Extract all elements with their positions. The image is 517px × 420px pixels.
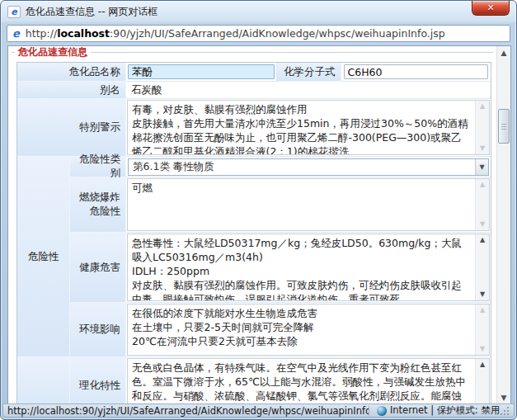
address-input[interactable]: e http://localhost:90/yjzh/UI/SafeArrang… [7, 25, 510, 42]
name-input[interactable] [128, 64, 275, 79]
url-path: :90/yjzh/UI/SafeArranged/AidKnowledge/wh… [110, 27, 445, 40]
field-label-name: 危化品名称 [17, 63, 126, 82]
form-area: 危化品速查信息 危化品名称 化学分子式 别名 石炭酸 [8, 46, 496, 404]
url-domain: localhost [57, 27, 110, 40]
status-divider [369, 406, 369, 416]
name-cell [126, 63, 277, 82]
close-button[interactable]: ✕ [472, 1, 510, 16]
row-health-hazard: 健康危害 急性毒性：大鼠经LD50317mg／kg；兔经皮LD50。630mg/… [70, 233, 491, 303]
warning-scrollbar[interactable]: ▲ ▼ [475, 101, 489, 154]
env-cell: 在很低的浓度下就能对水生生物造成危害 在土壤中，只要2-5天时间就可完全降解 2… [126, 303, 491, 357]
health-scrollbar[interactable]: ▲ ▼ [475, 234, 489, 300]
warning-textarea[interactable]: 有毒，对皮肤、黏膜有强烈的腐蚀作用 皮肤接触，首先用大量清水冲洗至少15min，… [127, 100, 490, 155]
env-text: 在很低的浓度下就能对水生生物造成危害 在土壤中，只要2-5天时间就可完全降解 2… [129, 305, 473, 349]
row-fire-hazard: 燃烧爆炸危险性 可燃 ▲ ▼ [70, 177, 491, 233]
formula-cell [341, 63, 491, 82]
row-alias: 别名 石炭酸 [17, 82, 491, 99]
chevron-down-icon[interactable]: ▼ [475, 159, 488, 175]
field-label-warning: 特别警示 [17, 99, 126, 157]
row-phys-properties: 理化特性 无色或白色晶体，有特殊气味。在空气中及光线作用下变为粉红色甚至红色。室… [17, 357, 491, 404]
hazard-class-value: 第6.1类 毒性物质 [133, 160, 214, 174]
form-legend: 危化品速查信息 [15, 46, 91, 59]
status-bar: http://localhost:90/yjzh/UI/SafeArranged… [2, 403, 515, 418]
fire-text: 可燃 [129, 180, 473, 196]
scroll-down-icon: ▼ [480, 345, 485, 353]
warning-cell: 有毒，对皮肤、黏膜有强烈的腐蚀作用 皮肤接触，首先用大量清水冲洗至少15min，… [126, 99, 491, 157]
row-hazard-class: 危险性类别 第6.1类 毒性物质 ▼ [70, 157, 491, 177]
ie-icon: e [12, 27, 20, 40]
fire-cell: 可燃 ▲ ▼ [126, 177, 491, 233]
env-textarea[interactable]: 在很低的浓度下就能对水生生物造成危害 在土壤中，只要2-5天时间就可完全降解 2… [127, 304, 490, 356]
phys-scrollbar[interactable]: ▲ ▼ [475, 359, 489, 404]
status-zone-label: Internet | 保护模式: 禁用 [390, 404, 500, 417]
field-label-alias: 别名 [17, 82, 126, 99]
page-scrollbar[interactable]: ▲ ▼ [496, 46, 510, 404]
phys-text: 无色或白色晶体，有特殊气味。在空气中及光线作用下变为粉红色甚至红色。室温下微溶于… [129, 360, 473, 404]
formula-input[interactable] [344, 64, 489, 79]
fire-textarea[interactable]: 可燃 ▲ ▼ [127, 178, 490, 231]
hazard-group: 危险性 危险性类别 第6.1类 毒性物质 ▼ [17, 157, 491, 357]
field-label-hazard-class: 危险性类别 [70, 157, 126, 177]
field-label-phys: 理化特性 [70, 357, 126, 404]
health-textarea[interactable]: 急性毒性：大鼠经LD50317mg／kg；兔经皮LD50。630mg/kg；大鼠… [127, 234, 490, 301]
address-url: http://localhost:90/yjzh/UI/SafeArranged… [26, 27, 445, 40]
hazard-group-rows: 危险性类别 第6.1类 毒性物质 ▼ 燃烧爆炸危险性 [70, 157, 491, 357]
alias-value[interactable]: 石炭酸 [126, 82, 491, 99]
warning-text: 有毒，对皮肤、黏膜有强烈的腐蚀作用 皮肤接触，首先用大量清水冲洗至少15min，… [129, 101, 473, 155]
close-icon: ✕ [486, 3, 494, 12]
scroll-up-icon: ▲ [480, 306, 485, 314]
scroll-up-icon: ▲ [480, 102, 485, 111]
health-text: 急性毒性：大鼠经LD50317mg／kg；兔经皮LD50。630mg/kg；大鼠… [129, 235, 473, 301]
dialog-window: e 危化品速查信息 -- 网页对话框 ✕ e http://localhost:… [0, 0, 517, 420]
status-url: http://localhost:90/yjzh/UI/SafeArranged… [7, 405, 369, 417]
address-bar: e http://localhost:90/yjzh/UI/SafeArrang… [1, 23, 516, 45]
row-name-formula: 危化品名称 化学分子式 [17, 63, 491, 82]
window-title: 危化品速查信息 -- 网页对话框 [26, 5, 157, 19]
scroll-up-icon: ▲ [480, 361, 485, 369]
field-label-formula: 化学分子式 [277, 63, 341, 82]
scrollbar-thumb[interactable] [498, 109, 510, 144]
scroll-down-icon: ▼ [480, 144, 485, 153]
hazard-class-select[interactable]: 第6.1类 毒性物质 ▼ [128, 158, 489, 176]
resize-grip[interactable] [500, 405, 510, 416]
ie-page-icon: e [7, 6, 21, 18]
field-label-health: 健康危害 [70, 233, 126, 303]
field-label-fire: 燃烧爆炸危险性 [70, 177, 126, 233]
env-scrollbar[interactable]: ▲ ▼ [475, 304, 489, 355]
row-environment: 环境影响 在很低的浓度下就能对水生生物造成危害 在土壤中，只要2-5天时间就可完… [70, 303, 491, 357]
scroll-down-icon[interactable]: ▼ [497, 394, 510, 402]
health-cell: 急性毒性：大鼠经LD50317mg／kg；兔经皮LD50。630mg/kg；大鼠… [126, 233, 491, 303]
internet-zone-icon [377, 406, 387, 416]
title-bar[interactable]: e 危化品速查信息 -- 网页对话框 ✕ [1, 1, 516, 23]
scroll-up-icon[interactable]: ▲ [497, 49, 510, 57]
page-content: 危化品速查信息 危化品名称 化学分子式 别名 石炭酸 [7, 45, 511, 405]
url-scheme: http:// [26, 27, 57, 40]
fire-scrollbar[interactable]: ▲ ▼ [475, 179, 489, 230]
scroll-up-icon: ▲ [480, 236, 485, 244]
scroll-down-icon: ▼ [480, 290, 485, 299]
field-label-hazard-group: 危险性 [17, 157, 70, 357]
field-label-env: 环境影响 [70, 303, 126, 357]
info-table: 危化品名称 化学分子式 别名 石炭酸 特别警示 [16, 62, 491, 404]
scroll-down-icon: ▼ [480, 220, 485, 229]
empty-group-cell [17, 357, 70, 404]
fieldset-border: 危化品速查信息 [12, 52, 493, 59]
scroll-up-icon: ▲ [480, 181, 485, 189]
phys-cell: 无色或白色晶体，有特殊气味。在空气中及光线作用下变为粉红色甚至红色。室温下微溶于… [126, 357, 491, 404]
phys-textarea[interactable]: 无色或白色晶体，有特殊气味。在空气中及光线作用下变为粉红色甚至红色。室温下微溶于… [127, 358, 490, 404]
hazard-class-cell: 第6.1类 毒性物质 ▼ [126, 157, 491, 177]
row-warning: 特别警示 有毒，对皮肤、黏膜有强烈的腐蚀作用 皮肤接触，首先用大量清水冲洗至少1… [17, 99, 491, 157]
